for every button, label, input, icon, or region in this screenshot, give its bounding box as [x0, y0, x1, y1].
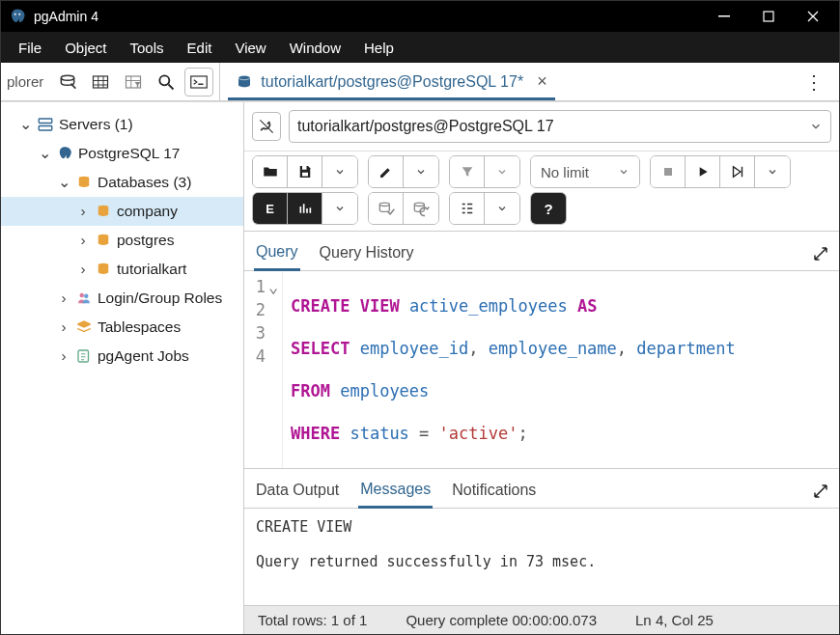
database-icon	[94, 261, 113, 278]
menu-tools[interactable]: Tools	[121, 36, 174, 60]
sql-string: 'active'	[439, 424, 518, 443]
tree-tablespaces[interactable]: › Tablespaces	[1, 313, 243, 342]
editor-content[interactable]: CREATE VIEW active_employees AS SELECT e…	[283, 271, 839, 468]
help-button[interactable]: ?	[531, 193, 566, 224]
svg-rect-21	[302, 173, 308, 177]
tab-menu-icon[interactable]: ⋮	[797, 67, 831, 97]
psql-tool-icon[interactable]	[184, 68, 213, 97]
main-body: ⌄ Servers (1) ⌄ PostgreSQL 17 ⌄ Database…	[1, 101, 839, 634]
execute-dropdown[interactable]	[755, 156, 790, 187]
titlebar[interactable]: pgAdmin 4	[1, 1, 839, 32]
query-tool-icon[interactable]	[53, 68, 82, 97]
query-tool-pane: tutorialkart/postgres@PostgreSQL 17	[244, 102, 839, 634]
search-objects-icon[interactable]	[152, 68, 181, 97]
macros-group	[449, 192, 520, 225]
tree-db-company[interactable]: › company	[1, 197, 243, 226]
fold-icon[interactable]: ⌄	[267, 275, 279, 298]
minimize-button[interactable]	[702, 1, 746, 32]
explain-dropdown[interactable]	[322, 193, 357, 224]
sql-editor[interactable]: 1⌄ 2 3 4 CREATE VIEW active_employees AS…	[244, 271, 839, 468]
save-file-button[interactable]	[288, 156, 322, 187]
svg-point-17	[80, 293, 85, 298]
execute-options-button[interactable]	[720, 156, 755, 187]
tree-label: Databases (3)	[98, 174, 191, 191]
menu-help[interactable]: Help	[354, 36, 404, 60]
sql-punct: ;	[518, 424, 528, 443]
connection-dropdown[interactable]: tutorialkart/postgres@PostgreSQL 17	[289, 110, 831, 143]
tab-query[interactable]: Query	[254, 237, 300, 271]
edit-button[interactable]	[369, 156, 404, 187]
expand-icon[interactable]: ⌄	[57, 174, 70, 191]
svg-point-7	[160, 75, 170, 85]
menu-file[interactable]: File	[9, 36, 51, 60]
svg-rect-3	[764, 12, 773, 21]
cancel-query-button[interactable]	[651, 156, 686, 187]
app-logo-icon	[9, 8, 26, 25]
filter-dropdown[interactable]	[485, 156, 519, 187]
expand-icon[interactable]: ›	[57, 347, 70, 365]
open-file-button[interactable]	[253, 156, 288, 187]
tab-notifications[interactable]: Notifications	[450, 476, 538, 507]
query-tool-tab[interactable]: tutorialkart/postgres@PostgreSQL 17* ×	[228, 66, 554, 100]
svg-point-23	[379, 203, 389, 206]
transaction-group	[368, 192, 439, 225]
expand-icon[interactable]: ›	[76, 203, 90, 220]
tree-login-roles[interactable]: › Login/Group Roles	[1, 284, 243, 313]
view-data-icon[interactable]	[86, 68, 115, 97]
menu-window[interactable]: Window	[280, 36, 350, 60]
expand-icon[interactable]: ›	[57, 290, 70, 307]
messages-panel[interactable]: CREATE VIEW Query returned successfully …	[244, 509, 839, 605]
expand-output-icon[interactable]	[812, 483, 829, 500]
tab-query-history[interactable]: Query History	[318, 238, 416, 269]
tab-data-output[interactable]: Data Output	[254, 476, 341, 507]
save-dropdown[interactable]	[322, 156, 357, 187]
expand-icon[interactable]: ›	[57, 318, 70, 336]
line-number: 2	[256, 298, 266, 321]
connection-label: tutorialkart/postgres@PostgreSQL 17	[297, 118, 554, 135]
commit-button[interactable]	[369, 193, 404, 224]
expand-icon[interactable]: ⌄	[38, 145, 51, 162]
tree-label: Login/Group Roles	[98, 290, 222, 307]
macros-dropdown[interactable]	[485, 193, 519, 224]
tree-databases[interactable]: ⌄ Databases (3)	[1, 168, 243, 197]
tree-pgagent[interactable]: › pgAgent Jobs	[1, 342, 243, 371]
macros-button[interactable]	[450, 193, 485, 224]
edit-dropdown[interactable]	[404, 156, 438, 187]
tree-server-pg17[interactable]: ⌄ PostgreSQL 17	[1, 139, 243, 168]
maximize-button[interactable]	[746, 1, 791, 32]
expand-editor-icon[interactable]	[812, 245, 829, 262]
tree-label: Servers (1)	[59, 116, 133, 133]
servers-icon	[36, 116, 55, 133]
expand-icon[interactable]: ⌄	[18, 116, 32, 133]
close-button[interactable]	[791, 1, 835, 32]
sql-keyword: WHERE	[291, 424, 340, 443]
menu-edit[interactable]: Edit	[178, 36, 222, 60]
sql-identifier: status	[350, 424, 408, 443]
sql-identifier: department	[636, 339, 735, 358]
expand-icon[interactable]: ›	[76, 232, 90, 249]
sql-identifier: employees	[340, 381, 429, 400]
filter-rows-icon[interactable]	[119, 68, 148, 97]
connection-status-icon[interactable]	[252, 112, 281, 141]
tablespaces-icon	[74, 318, 94, 336]
expand-icon[interactable]: ›	[76, 261, 90, 278]
menu-view[interactable]: View	[225, 36, 275, 60]
explain-analyze-button[interactable]	[288, 193, 322, 224]
tree-db-postgres[interactable]: › postgres	[1, 226, 243, 255]
databases-icon	[74, 174, 94, 191]
object-explorer-tree[interactable]: ⌄ Servers (1) ⌄ PostgreSQL 17 ⌄ Database…	[1, 102, 244, 634]
menu-object[interactable]: Object	[55, 36, 116, 60]
tree-servers[interactable]: ⌄ Servers (1)	[1, 110, 243, 139]
elephant-icon	[55, 145, 74, 162]
filter-button[interactable]	[450, 156, 485, 187]
explain-button[interactable]: E	[253, 193, 288, 224]
execute-button[interactable]	[686, 156, 720, 187]
explain-group: E	[252, 192, 358, 225]
rollback-button[interactable]	[404, 193, 438, 224]
tree-db-tutorialkart[interactable]: › tutorialkart	[1, 255, 243, 284]
editor-tabs: Query Query History	[244, 232, 839, 271]
tab-messages[interactable]: Messages	[358, 475, 433, 509]
limit-dropdown[interactable]: No limit	[531, 156, 639, 187]
help-group: ?	[530, 192, 567, 225]
close-tab-icon[interactable]: ×	[537, 71, 547, 92]
